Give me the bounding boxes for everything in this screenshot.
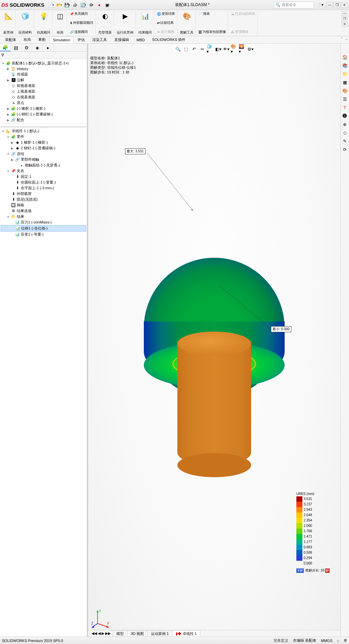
ribbon-group-advisor[interactable]: 💡 仿真顾问 (35, 11, 53, 35)
ribbon-expand-icon[interactable]: ⌄ (345, 37, 348, 41)
bottom-tab-model[interactable]: 模型 (113, 630, 127, 637)
doc-close-button[interactable]: ✕ (342, 22, 348, 27)
tree-node[interactable]: ⬇固定-1 (1, 174, 86, 180)
scene-icon[interactable]: 🌄▾ (239, 46, 246, 52)
bottom-tab-nonlinear[interactable]: ▮◆ 非线性 1 (172, 630, 200, 637)
tree-node[interactable]: ▶◆2 销钉-1 (-普通碳钢-) (1, 145, 86, 151)
design-insight-button[interactable]: 👁设计视图 (157, 30, 174, 34)
tab-simulation[interactable]: Simulation (49, 37, 74, 43)
qat-record-icon[interactable]: ● (96, 2, 103, 8)
tree-node[interactable]: ◇前视基准面 (1, 83, 86, 89)
tree-node[interactable]: ▶🧩(-) 销钉-1 (-普通碳钢-) (1, 111, 86, 117)
taskpane-design-lib-icon[interactable]: 📚 (342, 62, 348, 69)
taskpane-view-palette-icon[interactable]: ▦ (342, 79, 348, 86)
tab-assembly[interactable]: 装配体 (1, 36, 20, 44)
ribbon-group-plot-tools[interactable]: 🎨 图解工具 (178, 11, 196, 35)
ribbon-group-material[interactable]: 🧊 应用材料 (16, 11, 34, 35)
tab-mbd[interactable]: MBD (133, 37, 148, 43)
filter-icon[interactable]: ∇ (1, 53, 4, 57)
tree-node[interactable]: ▶📜History (1, 66, 86, 71)
zoom-fit-icon[interactable]: 🔍 (174, 46, 182, 52)
load-advisor-button[interactable]: ⬇外部载荷顾问 (70, 20, 93, 25)
panel-tab-display[interactable]: ◈ (32, 44, 43, 51)
tree-node[interactable]: ↳原点 (1, 100, 86, 106)
panel-tab-config[interactable]: ⚙ (21, 44, 32, 51)
status-arrow-icon[interactable]: ↕ (337, 639, 339, 643)
tree-node[interactable]: 🔲网格 (1, 202, 86, 208)
qat-print-icon[interactable]: 🖨▾ (72, 2, 78, 8)
tab-addins[interactable]: SOLIDWORKS 插件 (149, 36, 189, 44)
tab-evaluate[interactable]: 评估 (74, 36, 89, 44)
tab-layout[interactable]: 布局 (20, 36, 35, 44)
tree-node[interactable]: ▾📁结果 (1, 214, 86, 219)
tree-node[interactable]: 📊位移1 (-合位移-) (1, 225, 86, 232)
report-button[interactable]: 📄报表 (198, 11, 210, 16)
tab-direct-edit[interactable]: 直接编辑 (111, 36, 133, 44)
hide-show-icon[interactable]: 👁▾ (223, 46, 230, 52)
tab-sketch[interactable]: 草图 (35, 36, 49, 44)
qat-extra-icon[interactable]: ▣▾ (104, 2, 111, 8)
tree-node[interactable]: ◇右视基准面 (1, 94, 86, 100)
section-view-icon[interactable]: ✂ (198, 46, 206, 52)
tree-node[interactable]: ⬇外部载荷 (1, 191, 86, 197)
panel-tab-hide[interactable]: ▸ (43, 44, 54, 51)
tab-nav-left-icon[interactable]: ◀◀ ◀ ▶ ▶▶ (92, 631, 111, 636)
qat-save-icon[interactable]: 💾▾ (64, 2, 70, 8)
panel-tab-feature-tree[interactable]: 🧩 (0, 44, 11, 51)
tree-node[interactable]: 📊应变1 (-等量-) (1, 232, 86, 237)
ribbon-group-results-adv[interactable]: 📊 结果顾问 (136, 11, 154, 35)
search-commands-input[interactable]: 🔍 搜索命令 (274, 2, 314, 8)
taskpane-home-icon[interactable]: 🏠 (342, 54, 348, 60)
tree-node[interactable]: ⬇阻尼(无阻尼) (1, 197, 86, 202)
tree-node[interactable]: ▾🔗连结 (1, 151, 86, 157)
tree-node[interactable]: 📊应力1 (-vonMises-) (1, 219, 86, 225)
color-legend[interactable]: URES (mm) 3.5313.2372.9432.6482.3542.060… (296, 492, 330, 573)
taskpane-misc3-icon[interactable]: ⟳ (342, 146, 348, 153)
help-icon[interactable]: ❔▾ (317, 3, 324, 7)
ribbon-collapse-icon[interactable]: ⌃ (340, 37, 343, 41)
taskpane-file-explorer-icon[interactable]: 📁 (342, 70, 348, 77)
connection-advisor-button[interactable]: 🔗连接顾问 (70, 30, 88, 34)
window-minimize-button[interactable]: — (326, 2, 333, 8)
ribbon-group-run[interactable]: ▶ 运行此算例 (115, 11, 136, 35)
tree-node[interactable]: ⚙结果选项 (1, 208, 86, 214)
status-units[interactable]: MMGS (321, 639, 332, 643)
tree-node[interactable]: ▶🔗配合 (1, 117, 86, 123)
taskpane-dimxpert-icon[interactable]: ⊕ (342, 121, 348, 128)
tree-node[interactable]: ▾🧩零件 (1, 134, 86, 140)
ribbon-group-new-study[interactable]: 📐 新算例 (1, 11, 16, 35)
doc-minimize-button[interactable]: — (342, 11, 348, 16)
taskpane-misc1-icon[interactable]: ◇ (342, 129, 348, 136)
tree-node[interactable]: ▶🅰注解 (1, 77, 86, 83)
feature-tree[interactable]: ▾🧩 装配体1 (-默认<默认_显示状态-1>) ▶📜History📡传感器▶🅰… (0, 59, 87, 637)
taskpane-forum-icon[interactable]: T (342, 104, 348, 111)
status-gear-icon[interactable]: ⚙ (344, 638, 347, 643)
tab-render[interactable]: 渲染工具 (89, 36, 111, 44)
zoom-area-icon[interactable]: ⬚ (182, 46, 190, 52)
tree-root-assembly[interactable]: ▾🧩 装配体1 (-默认<默认_显示状态-1>) (1, 60, 86, 66)
qat-new-icon[interactable]: 📄▾ (48, 2, 54, 8)
ribbon-group-shell[interactable]: ◐ 壳管理器 (96, 11, 114, 35)
qat-rebuild-icon[interactable]: 🔄▾ (80, 2, 86, 8)
deformed-result-button[interactable]: 🌀变形结果 (157, 11, 175, 16)
qat-options-icon[interactable]: ⚙▾ (88, 2, 95, 8)
panel-tab-property[interactable]: ▤ (11, 44, 21, 51)
taskpane-simulation-icon[interactable]: 🅢 (342, 112, 348, 119)
view-settings-icon[interactable]: ⚙▾ (247, 46, 254, 52)
ribbon-group-layout[interactable]: ◫ 布局 (53, 11, 67, 35)
prev-view-icon[interactable]: ↶ (190, 46, 198, 52)
window-restore-button[interactable]: ❐ (334, 2, 340, 8)
qat-open-icon[interactable]: 📂▾ (56, 2, 62, 8)
tree-node[interactable]: ◇上视基准面 (1, 89, 86, 94)
bottom-tab-3dview[interactable]: 3D 视图 (127, 630, 148, 637)
appearance-icon[interactable]: 🎨▾ (231, 46, 238, 52)
orientation-triad[interactable]: Y X Z (91, 608, 111, 629)
tree-node[interactable]: ▶🧩(-) 橡胶-1 (-橡胶-) (1, 106, 86, 111)
compare-result-button[interactable]: ⇄比较结果 (157, 20, 174, 25)
tree-node[interactable]: ⬇在平面上-1 (-3 mm-) (1, 185, 86, 191)
graphics-viewport[interactable]: 🔍 ⬚ ↶ ✂ 🧊▾ ◧▾ 👁▾ 🎨▾ 🌄▾ ⚙▾ 模型名称: 装配体1 算例名… (87, 44, 340, 637)
bottom-tab-motion[interactable]: 运动算例 1 (147, 630, 172, 637)
tree-node[interactable]: •相触面组-1 (-无穿透-) (1, 162, 86, 168)
taskpane-misc2-icon[interactable]: ✎ (342, 138, 348, 144)
doc-restore-button[interactable]: ❐ (342, 17, 348, 21)
